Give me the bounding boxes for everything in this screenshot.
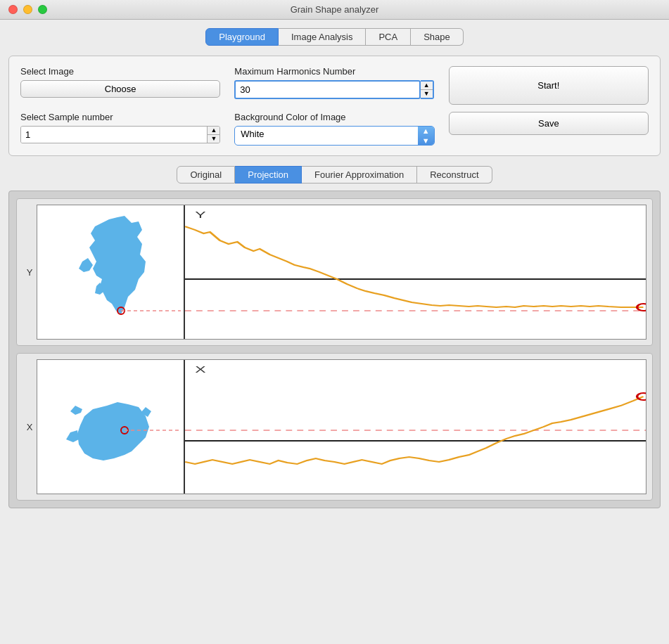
x-graph-svg: X [185,360,646,494]
start-button[interactable]: Start! [449,66,649,105]
select-image-label: Select Image [20,66,220,77]
x-axis-label: X [23,422,37,432]
tab-projection[interactable]: Projection [235,166,302,183]
uk-shape-y [40,205,181,339]
harmonics-input[interactable] [234,80,420,99]
controls-panel: Select Image Choose Maximum Harmonics Nu… [8,56,661,156]
title-bar: Grain Shape analyzer [0,0,669,20]
y-shape-panel [37,205,185,339]
tab-fourier[interactable]: Fourier Approximation [302,166,417,183]
bg-color-arrow[interactable]: ▲ ▼ [418,127,434,145]
close-button[interactable] [8,5,18,14]
uk-shape-x [40,360,181,494]
svg-text:X: X [195,364,206,375]
action-buttons: Start! [449,66,649,105]
tab-playground[interactable]: Playground [205,28,279,46]
sample-input[interactable] [21,127,207,143]
y-axis-label: Y [23,267,37,278]
y-graph-panel: Y [185,205,646,339]
select-image-group: Select Image Choose [20,66,220,98]
harmonics-down-arrow[interactable]: ▼ [421,90,433,98]
bg-color-group: Background Color of Image White ▲ ▼ [234,112,434,146]
tab-image-analysis[interactable]: Image Analysis [279,28,366,46]
tab-pca[interactable]: PCA [366,28,411,46]
charts-area: Y [8,191,661,508]
svg-text:Y: Y [195,210,206,220]
harmonics-group: Maximum Harmonics Number ▲ ▼ [234,66,434,99]
choose-button[interactable]: Choose [20,80,220,98]
bg-color-label: Background Color of Image [234,112,434,122]
harmonics-label: Maximum Harmonics Number [234,66,434,77]
window-title: Grain Shape analyzer [291,4,379,15]
tab-shape[interactable]: Shape [411,28,464,46]
minimize-button[interactable] [23,5,32,14]
sample-group: Select Sample number ▲ ▼ [20,112,220,143]
x-graph-panel: X [185,360,646,494]
bg-color-value: White [235,127,417,145]
maximize-button[interactable] [38,5,47,14]
tab-original[interactable]: Original [177,166,235,183]
view-tab-bar: Original Projection Fourier Approximatio… [8,166,661,183]
x-shape-panel [37,360,185,494]
sample-up-arrow[interactable]: ▲ [208,127,219,135]
y-graph-svg: Y [185,205,646,339]
y-chart-row: Y [16,198,653,346]
sample-down-arrow[interactable]: ▼ [208,135,219,143]
sample-label: Select Sample number [20,112,220,122]
x-chart-row: X [16,353,653,501]
save-button[interactable]: Save [449,112,649,135]
harmonics-up-arrow[interactable]: ▲ [421,82,433,90]
x-chart-inner: X [37,359,646,494]
main-window: Playground Image Analysis PCA Shape Sele… [0,20,669,644]
window-controls[interactable] [8,5,47,14]
top-tab-bar: Playground Image Analysis PCA Shape [8,28,661,46]
y-chart-inner: Y [37,205,646,340]
tab-reconstruct[interactable]: Reconstruct [417,166,492,183]
